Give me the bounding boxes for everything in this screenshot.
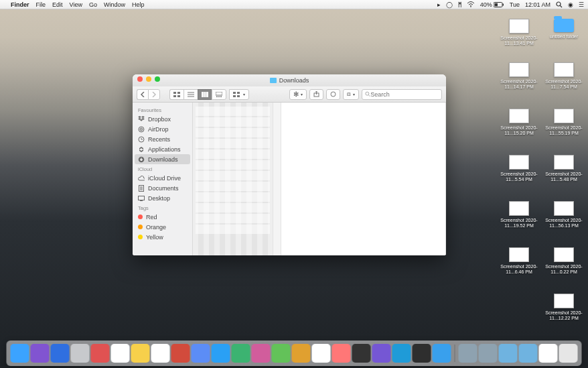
sidebar-item-downloads[interactable]: Downloads — [135, 154, 190, 164]
desktop-icon[interactable]: Screenshot 2020-11...56.13 PM — [544, 201, 584, 228]
dock-app-icon[interactable] — [51, 344, 70, 363]
tag-item-yellow[interactable]: Yellow — [133, 232, 192, 242]
menu-window[interactable]: Window — [104, 1, 125, 8]
menubar-extra-icon[interactable]: ᛗ — [458, 1, 461, 8]
dock-item-icon[interactable] — [539, 344, 558, 363]
dock-item-icon[interactable] — [499, 344, 518, 363]
svg-point-26 — [366, 92, 369, 95]
column-view-button[interactable] — [198, 89, 212, 100]
dock-app-icon[interactable] — [71, 344, 90, 363]
dock-app-icon[interactable] — [413, 344, 431, 363]
dock-item-icon[interactable] — [559, 344, 578, 363]
desktop-icon[interactable]: Screenshot 2020-11...14.17 PM — [499, 62, 539, 89]
column-3[interactable] — [281, 103, 446, 255]
close-button[interactable] — [137, 76, 143, 82]
sidebar-item-recents[interactable]: Recents — [133, 134, 192, 144]
notification-center-icon[interactable]: ☰ — [579, 1, 584, 8]
list-view-button[interactable] — [183, 89, 198, 100]
battery-status[interactable]: 40% — [480, 1, 504, 8]
dock-separator — [455, 345, 455, 362]
gallery-view-button[interactable] — [212, 89, 226, 100]
desktop-icon[interactable]: Screenshot 2020-11...15.20 PM — [499, 109, 539, 135]
desktop-icon[interactable]: Screenshot 2020-11...6.46 PM — [499, 247, 539, 274]
desktop-icon[interactable]: Screenshot 2020-11...5.54 PM — [499, 155, 539, 182]
group-button[interactable]: ▾ — [229, 89, 249, 100]
dock-item-icon[interactable] — [479, 344, 498, 363]
sidebar-item-airdrop[interactable]: AirDrop — [133, 124, 192, 134]
window-titlebar[interactable]: Downloads — [133, 74, 446, 86]
dock-app-icon[interactable] — [312, 344, 331, 363]
sidebar-item-documents[interactable]: Documents — [133, 183, 192, 193]
action-button[interactable]: ✻▾ — [289, 89, 307, 100]
desktop-icon[interactable]: Screenshot 2020-11...0.22 PM — [544, 247, 584, 274]
menu-edit[interactable]: Edit — [52, 1, 63, 8]
dock-item-icon[interactable] — [459, 344, 477, 363]
zoom-button[interactable] — [155, 76, 160, 82]
dock-app-icon[interactable] — [131, 344, 150, 363]
dock-item-icon[interactable] — [519, 344, 538, 363]
search-input[interactable] — [370, 91, 439, 98]
desktop-icon-label: Screenshot 2020-11...55.19 PM — [544, 125, 584, 135]
dock-app-icon[interactable] — [252, 344, 271, 363]
desktop-icon[interactable]: Screenshot 2020-11...7.54 PM — [544, 62, 584, 89]
menubar-extra-icon[interactable]: ◉ — [568, 1, 573, 8]
share-button[interactable] — [309, 89, 323, 100]
desktop-icon[interactable]: Screenshot 2020-11...13.41 PM — [499, 19, 539, 46]
dock-app-icon[interactable] — [91, 344, 110, 363]
spotlight-icon[interactable] — [556, 1, 563, 8]
menubar-extra-icon[interactable]: ◯ — [446, 1, 453, 8]
desktop-icon[interactable]: Screenshot 2020-11...55.19 PM — [544, 109, 584, 135]
dock-app-icon[interactable] — [352, 344, 371, 363]
svg-rect-16 — [216, 92, 222, 95]
sidebar-item-applications[interactable]: Applications — [133, 144, 192, 154]
dock-app-icon[interactable] — [212, 344, 230, 363]
desktop-icon — [138, 195, 145, 202]
dropbox-toolbar-button[interactable]: ⧈▾ — [343, 89, 359, 100]
column-2[interactable] — [273, 103, 281, 255]
menu-view[interactable]: View — [70, 1, 82, 8]
minimize-button[interactable] — [146, 76, 151, 82]
svg-rect-23 — [237, 95, 240, 97]
sidebar-item-dropbox[interactable]: Dropbox — [133, 114, 192, 124]
dock-app-icon[interactable] — [332, 344, 351, 363]
svg-point-0 — [470, 6, 471, 7]
menubar-day[interactable]: Tue — [510, 1, 520, 8]
file-thumbnail — [554, 109, 574, 123]
forward-button[interactable] — [148, 89, 160, 100]
finder-window[interactable]: Downloads ▾ ✻▾ ⧈▾ — [133, 74, 446, 255]
dock-app-icon[interactable] — [232, 344, 250, 363]
dock-app-icon[interactable] — [372, 344, 391, 363]
favourites-heading: Favourites — [133, 105, 192, 114]
dock-app-icon[interactable] — [192, 344, 210, 363]
dock-app-icon[interactable] — [292, 344, 311, 363]
folder-icon — [270, 78, 277, 83]
menu-file[interactable]: File — [36, 1, 46, 8]
dock-app-icon[interactable] — [111, 344, 130, 363]
desktop-icon[interactable]: Screenshot 2020-11...12.22 PM — [544, 294, 584, 320]
icon-view-button[interactable] — [169, 89, 183, 100]
menu-go[interactable]: Go — [89, 1, 97, 8]
column-1[interactable] — [193, 103, 273, 255]
dock-app-icon[interactable] — [171, 344, 190, 363]
dock-app-icon[interactable] — [31, 344, 50, 363]
tag-item-red[interactable]: Red — [133, 212, 192, 222]
sidebar-item-icloud-drive[interactable]: iCloud Drive — [133, 173, 192, 183]
dock-app-icon[interactable] — [151, 344, 170, 363]
desktop-icon[interactable]: untitled folder — [544, 19, 584, 40]
wifi-icon[interactable] — [467, 1, 475, 7]
dock-app-icon[interactable] — [11, 344, 29, 363]
search-field[interactable] — [362, 89, 442, 100]
dock-app-icon[interactable] — [272, 344, 291, 363]
app-menu[interactable]: Finder — [11, 1, 29, 8]
menu-help[interactable]: Help — [132, 1, 145, 8]
back-button[interactable] — [137, 89, 148, 100]
desktop-icon[interactable]: Screenshot 2020-11...5.48 PM — [544, 155, 584, 182]
tag-item-orange[interactable]: Orange — [133, 222, 192, 232]
menubar-time[interactable]: 12:01 AM — [525, 1, 550, 8]
tags-button[interactable] — [326, 89, 340, 100]
dock-app-icon[interactable] — [433, 344, 451, 363]
menubar-extra-icon[interactable]: ▸ — [437, 1, 441, 8]
sidebar-item-desktop[interactable]: Desktop — [133, 193, 192, 203]
dock-app-icon[interactable] — [392, 344, 411, 363]
desktop-icon[interactable]: Screenshot 2020-11...19.52 PM — [499, 201, 539, 228]
